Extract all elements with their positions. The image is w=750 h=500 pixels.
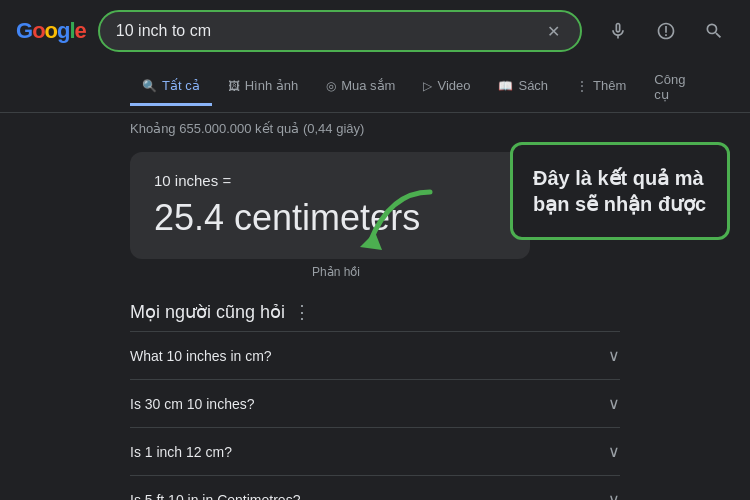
chevron-down-icon: ∨ bbox=[608, 490, 620, 500]
video-tab-icon: ▷ bbox=[423, 79, 432, 93]
voice-search-icon[interactable] bbox=[598, 11, 638, 51]
main-content: 10 inches = 25.4 centimeters Đây là kết … bbox=[0, 152, 750, 500]
search-button[interactable] bbox=[694, 11, 734, 51]
paa-item-1[interactable]: Is 30 cm 10 inches? ∨ bbox=[130, 379, 620, 427]
paa-title: Mọi người cũng hỏi bbox=[130, 301, 285, 323]
images-tab-icon: 🖼 bbox=[228, 79, 240, 93]
lens-icon[interactable] bbox=[646, 11, 686, 51]
search-tab-icon: 🔍 bbox=[142, 79, 157, 93]
google-logo: Google bbox=[16, 18, 86, 44]
chevron-down-icon: ∨ bbox=[608, 346, 620, 365]
converter-card: 10 inches = 25.4 centimeters bbox=[130, 152, 530, 259]
tooltip-annotation: Đây là kết quả mà bạn sẽ nhận được bbox=[510, 142, 730, 240]
paa-menu-icon[interactable]: ⋮ bbox=[293, 301, 311, 323]
tab-video[interactable]: ▷ Video bbox=[411, 68, 482, 106]
clear-icon[interactable]: ✕ bbox=[542, 20, 564, 42]
arrow-annotation bbox=[340, 182, 460, 266]
tab-images[interactable]: 🖼 Hình ảnh bbox=[216, 68, 311, 106]
tab-tools[interactable]: Công cụ bbox=[642, 62, 697, 112]
search-icons: ✕ bbox=[542, 20, 564, 42]
search-input-text: 10 inch to cm bbox=[116, 22, 534, 40]
search-bar[interactable]: 10 inch to cm ✕ bbox=[98, 10, 582, 52]
chevron-down-icon: ∨ bbox=[608, 394, 620, 413]
tab-all[interactable]: 🔍 Tất cả bbox=[130, 68, 212, 106]
paa-item-0[interactable]: What 10 inches in cm? ∨ bbox=[130, 331, 620, 379]
paa-header: Mọi người cũng hỏi ⋮ bbox=[130, 301, 620, 323]
result-count: Khoảng 655.000.000 kết quả (0,44 giây) bbox=[0, 113, 750, 144]
tab-books[interactable]: 📖 Sách bbox=[486, 68, 560, 106]
more-tab-icon: ⋮ bbox=[576, 79, 588, 93]
search-tabs: 🔍 Tất cả 🖼 Hình ảnh ◎ Mua sắm ▷ Video 📖 … bbox=[0, 62, 750, 113]
header: Google 10 inch to cm ✕ bbox=[0, 0, 750, 62]
search-action-icons bbox=[598, 11, 734, 51]
paa-item-2[interactable]: Is 1 inch 12 cm? ∨ bbox=[130, 427, 620, 475]
chevron-down-icon: ∨ bbox=[608, 442, 620, 461]
tab-more[interactable]: ⋮ Thêm bbox=[564, 68, 638, 106]
books-tab-icon: 📖 bbox=[498, 79, 513, 93]
tab-shopping[interactable]: ◎ Mua sắm bbox=[314, 68, 407, 106]
paa-item-3[interactable]: Is 5 ft 10 in in Centimetres? ∨ bbox=[130, 475, 620, 500]
shopping-tab-icon: ◎ bbox=[326, 79, 336, 93]
paa-section: Mọi người cũng hỏi ⋮ What 10 inches in c… bbox=[130, 301, 620, 500]
